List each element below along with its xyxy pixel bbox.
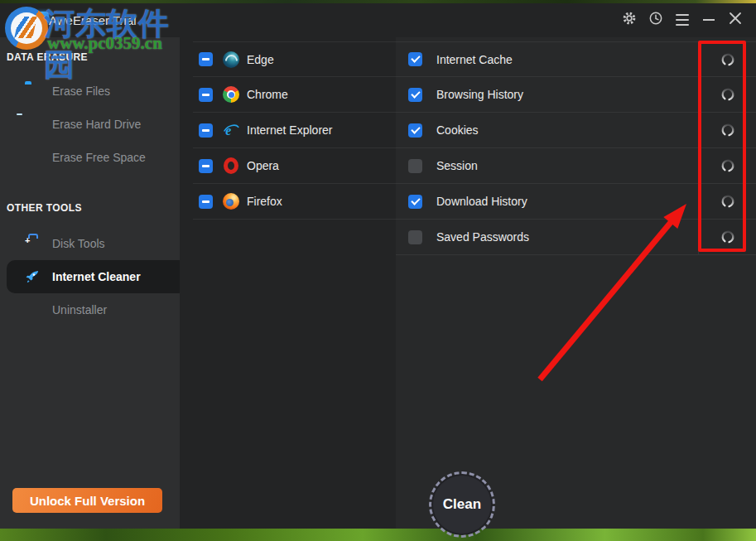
clean-item-browsing-history: Browsing History [396, 77, 756, 113]
browser-row-edge: Edge [193, 41, 396, 77]
close-button[interactable] [725, 9, 746, 31]
spinner-icon [720, 229, 735, 244]
firefox-icon [223, 193, 239, 210]
history-button[interactable] [645, 9, 667, 31]
status-cell [698, 148, 756, 183]
clean-item-session: Session [396, 148, 756, 184]
clock-history-icon [648, 10, 664, 30]
sidebar-section-data-erasure: Erase Files Erase Hard Drive Erase Free … [0, 75, 180, 174]
clean-item-cookies: Cookies [396, 113, 756, 148]
settings-button[interactable] [619, 9, 640, 31]
app-window: AweEraser Trial [0, 3, 756, 529]
window-title: AweEraser Trial [49, 13, 137, 27]
toolbox-icon [25, 236, 40, 251]
spinner-icon [720, 194, 735, 209]
item-checkbox[interactable] [408, 159, 422, 173]
sidebar-item-erase-hard-drive[interactable]: Erase Hard Drive [7, 108, 180, 141]
item-label: Cookies [436, 123, 479, 137]
hard-drive-icon [25, 117, 40, 132]
item-label: Saved Passwords [436, 230, 529, 244]
browser-row-firefox: Firefox [193, 184, 396, 220]
spinner-icon [720, 87, 735, 102]
sidebar-section-other-tools: Disk Tools Internet Cleaner Uninstaller [0, 227, 180, 326]
browser-checkbox[interactable] [199, 195, 213, 209]
titlebar: AweEraser Trial [0, 3, 756, 37]
pie-chart-icon [25, 150, 40, 165]
item-checkbox[interactable] [408, 52, 422, 66]
sidebar: DATA ERASURE Erase Files Erase Hard Driv… [0, 37, 180, 529]
gear-icon [621, 10, 638, 30]
browser-list: Edge Chrome e Internet Explorer [193, 41, 396, 220]
app-grid-icon [25, 302, 40, 317]
sidebar-item-label: Uninstaller [52, 303, 107, 316]
opera-icon [223, 157, 239, 174]
item-label: Session [436, 159, 478, 172]
sidebar-item-label: Erase Hard Drive [52, 118, 141, 131]
item-label: Browsing History [436, 88, 523, 101]
sidebar-item-uninstaller[interactable]: Uninstaller [7, 293, 180, 326]
edge-icon [223, 51, 239, 68]
browser-name: Edge [247, 53, 274, 66]
clean-item-saved-passwords: Saved Passwords [396, 220, 756, 255]
section-title-data-erasure: DATA ERASURE [7, 37, 180, 63]
status-cell [698, 77, 756, 112]
sidebar-item-disk-tools[interactable]: Disk Tools [7, 227, 180, 260]
app-logo-icon [36, 12, 49, 25]
browser-checkbox[interactable] [199, 88, 213, 102]
item-checkbox[interactable] [408, 123, 422, 138]
minimize-icon [703, 19, 715, 21]
sidebar-item-label: Erase Files [52, 85, 110, 98]
clean-items-list: Internet Cache Browsing History Cookies [396, 41, 756, 255]
sidebar-item-erase-free-space[interactable]: Erase Free Space [7, 141, 180, 174]
unlock-full-version-button[interactable]: Unlock Full Version [12, 488, 162, 513]
browser-name: Chrome [247, 88, 288, 101]
internet-explorer-icon: e [223, 122, 239, 138]
folder-icon [25, 84, 40, 99]
browser-row-internet-explorer: e Internet Explorer [193, 113, 396, 148]
browser-name: Firefox [247, 195, 282, 208]
item-checkbox[interactable] [408, 230, 422, 244]
browser-name: Internet Explorer [247, 123, 333, 137]
browser-row-opera: Opera [193, 148, 396, 184]
browser-checkbox[interactable] [199, 52, 213, 66]
spinner-icon [720, 52, 735, 67]
desktop: AweEraser Trial [0, 0, 756, 541]
clean-button[interactable]: Clean [429, 471, 495, 538]
sidebar-item-label: Disk Tools [52, 237, 105, 250]
rocket-icon [25, 269, 40, 284]
browser-name: Opera [247, 159, 279, 172]
clean-item-internet-cache: Internet Cache [396, 41, 756, 77]
browser-checkbox[interactable] [199, 159, 213, 173]
hamburger-menu-icon [676, 14, 689, 26]
status-cell [698, 42, 756, 76]
spinner-icon [720, 158, 735, 173]
item-checkbox[interactable] [408, 195, 422, 209]
close-icon [729, 12, 742, 28]
desktop-wallpaper [0, 528, 756, 541]
minimize-button[interactable] [698, 9, 720, 31]
item-label: Internet Cache [436, 53, 513, 66]
sidebar-item-label: Erase Free Space [52, 151, 146, 164]
chrome-icon [223, 86, 239, 103]
item-checkbox[interactable] [408, 88, 422, 102]
menu-button[interactable] [672, 9, 693, 31]
status-cell [698, 184, 756, 219]
browser-checkbox[interactable] [199, 123, 213, 138]
clean-item-download-history: Download History [396, 184, 756, 220]
section-title-other-tools: OTHER TOOLS [7, 174, 180, 214]
sidebar-item-label: Internet Cleaner [52, 270, 141, 283]
browser-row-chrome: Chrome [193, 77, 396, 113]
status-cell [698, 220, 756, 254]
status-cell [698, 113, 756, 147]
sidebar-item-internet-cleaner[interactable]: Internet Cleaner [7, 260, 180, 293]
item-label: Download History [436, 195, 527, 208]
spinner-icon [720, 123, 735, 138]
sidebar-item-erase-files[interactable]: Erase Files [7, 75, 180, 108]
